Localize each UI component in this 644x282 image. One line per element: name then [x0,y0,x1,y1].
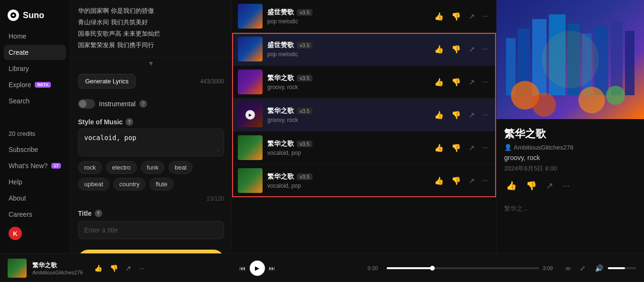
sidebar-item-create[interactable]: Create [4,45,66,60]
tag-beat[interactable]: beat [168,161,193,174]
style-input[interactable]: vocaloid, pop [84,134,218,149]
volume-icon[interactable]: 🔊 [593,262,605,274]
player-controls: ⏮ ▶ ⏭ [239,261,275,276]
prev-btn[interactable]: ⏮ [239,264,246,272]
player-share-btn[interactable]: ↗ [124,262,133,274]
more-btn-2[interactable]: ··· [480,43,490,55]
style-help-icon[interactable]: ? [126,118,133,126]
tag-rock[interactable]: rock [78,161,102,174]
like-btn-5[interactable]: 👍 [432,141,446,154]
tag-electro[interactable]: electro [106,161,137,174]
sidebar-help[interactable]: Help [4,174,66,190]
song-item-1[interactable]: 盛世赞歌 v3.5 pop melodic 👍 👎 ↗ ··· [232,0,496,33]
song-thumb-3 [238,70,263,94]
sidebar-item-search[interactable]: Search [4,93,66,109]
progress-knob[interactable] [430,266,435,271]
share-btn-4[interactable]: ↗ [467,109,477,121]
song-item-5[interactable]: 繁华之歌 v3.5 vocaloid, pop 👍 👎 ↗ ··· [232,131,496,164]
user-avatar-area[interactable]: K [4,223,66,244]
loop-btn[interactable]: ∞ [564,262,572,274]
volume-fill [608,267,625,269]
tag-funk[interactable]: funk [141,161,165,174]
player-dislike-btn[interactable]: 👎 [108,262,120,274]
progress-bar[interactable] [387,267,539,269]
app-logo: Suno [0,6,70,29]
sidebar-subscribe[interactable]: Subscribe [4,142,66,157]
sidebar-item-library[interactable]: Library [4,61,66,76]
share-btn-3[interactable]: ↗ [467,76,477,89]
next-btn[interactable]: ⏭ [269,264,275,272]
like-btn-4[interactable]: 👍 [432,109,446,121]
share-btn-2[interactable]: ↗ [467,43,477,56]
song-actions-2: 👍 👎 ↗ ··· [432,43,490,56]
song-name-2: 盛世赞歌 [267,41,294,50]
like-btn-3[interactable]: 👍 [432,76,446,89]
sidebar-credits[interactable]: 20 credits [4,126,66,141]
play-pause-btn[interactable]: ▶ [250,261,265,276]
song-thumb-4: ▶ [238,102,263,127]
right-panel: 繁华之歌 👤 AmbitiousGlitches276 groovy, rock… [497,0,644,253]
like-btn-2[interactable]: 👍 [432,43,446,56]
tag-upbeat[interactable]: upbeat [78,178,109,191]
more-btn-1[interactable]: ··· [480,10,490,22]
sidebar-item-home[interactable]: Home [4,29,66,44]
detail-dislike-btn[interactable]: 👎 [524,179,538,193]
share-btn-6[interactable]: ↗ [467,174,477,187]
tag-country[interactable]: country [113,178,146,191]
more-btn-3[interactable]: ··· [480,76,490,88]
title-input[interactable] [78,221,224,239]
detail-title: 繁华之歌 [504,127,636,141]
detail-more-btn[interactable]: ··· [561,179,572,193]
player-like-area: 👍 👎 ↗ ··· [92,262,146,274]
song-item-4[interactable]: ▶ 繁华之歌 v3.5 groovy, rock 👍 👎 ↗ ··· [232,99,496,131]
detail-like-btn[interactable]: 👍 [504,179,518,193]
expand-player-btn[interactable]: ⤢ [578,262,587,274]
logo-icon [8,10,19,21]
song-thumb-5 [238,135,263,160]
share-btn-5[interactable]: ↗ [467,141,477,154]
share-btn-1[interactable]: ↗ [467,10,477,23]
dislike-btn-3[interactable]: 👎 [449,76,463,89]
dislike-btn-1[interactable]: 👎 [449,10,463,23]
song-item-2[interactable]: 盛世赞歌 v3.5 pop melodic 👍 👎 ↗ ··· [232,33,496,66]
dislike-btn-2[interactable]: 👎 [449,43,463,56]
song-info-4: 繁华之歌 v3.5 groovy, rock [267,107,428,123]
player-more-btn[interactable]: ··· [137,262,146,274]
song-version-6: v3.5 [297,173,312,180]
like-btn-6[interactable]: 👍 [432,174,446,187]
sidebar-careers[interactable]: Careers [4,207,66,222]
dislike-btn-5[interactable]: 👎 [449,141,463,154]
sidebar-about[interactable]: About [4,191,66,206]
volume-bar[interactable] [608,267,636,269]
create-button[interactable]: Create 🎵 [78,250,224,253]
lyrics-line-3: 国泰民安歌声高 未来更加灿烂 [78,29,224,39]
sidebar-item-explore[interactable]: Explore BETA [4,77,66,92]
style-section-label: Style of Music ? [70,114,232,129]
style-input-area[interactable]: vocaloid, pop ⤡ [78,129,224,156]
tag-flute[interactable]: flute [149,178,174,191]
title-section: Title ? [70,206,232,242]
song-version-4: v3.5 [297,108,312,114]
song-info-1: 盛世赞歌 v3.5 pop melodic [267,8,428,25]
dislike-btn-6[interactable]: 👎 [449,174,463,187]
instrumental-help-icon[interactable]: ? [139,100,147,108]
detail-share-btn[interactable]: ↗ [544,179,555,193]
song-item-3[interactable]: 繁华之歌 v3.5 groovy, rock 👍 👎 ↗ ··· [232,66,496,99]
title-help-icon[interactable]: ? [95,210,102,217]
player-like-btn[interactable]: 👍 [92,262,104,274]
song-item-6[interactable]: 繁华之歌 v3.5 vocaloid, pop 👍 👎 ↗ ··· [232,164,496,197]
creator-panel: 华的国家啊 你是我们的骄傲 青山绿水间 我们共筑美好 国泰民安歌声高 未来更加灿… [70,0,232,253]
instrumental-toggle[interactable] [78,99,95,109]
dislike-btn-4[interactable]: 👎 [449,109,463,121]
song-info-5: 繁华之歌 v3.5 vocaloid, pop [267,140,428,156]
beta-badge: BETA [35,82,51,88]
more-btn-5[interactable]: ··· [480,141,490,154]
more-btn-4[interactable]: ··· [480,109,490,121]
generate-lyrics-button[interactable]: Generate Lyrics [78,74,136,89]
song-version-5: v3.5 [297,141,312,147]
sidebar-whats-new[interactable]: What's New? 17 [4,158,66,173]
song-tags-3: groovy, rock [267,84,428,91]
more-btn-6[interactable]: ··· [480,174,490,187]
like-btn-1[interactable]: 👍 [432,10,446,23]
song-actions-1: 👍 👎 ↗ ··· [432,10,490,23]
